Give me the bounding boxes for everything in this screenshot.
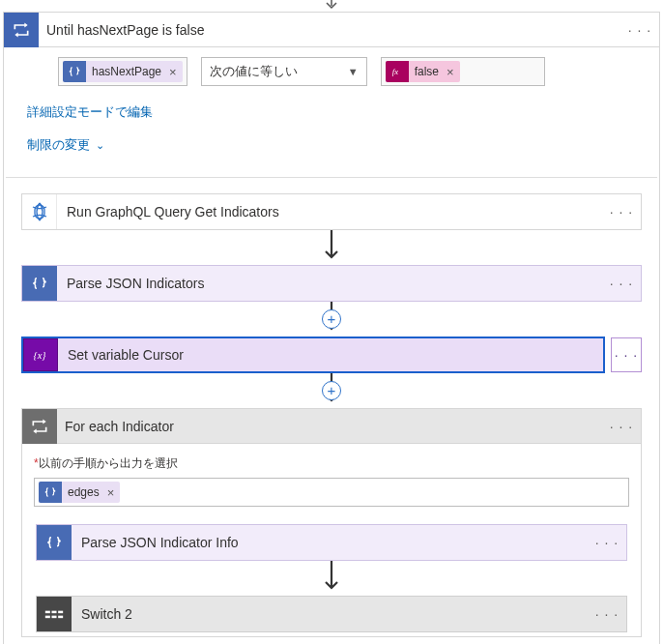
svg-rect-7 [58,611,63,614]
action-parse-json-indicators[interactable]: Parse JSON Indicators · · · [21,265,642,302]
edit-advanced-mode-link[interactable]: 詳細設定モードで編集 [27,103,153,121]
action-menu-button[interactable]: · · · [611,337,642,372]
add-action-button[interactable]: + [322,309,341,329]
token-hasnextpage[interactable]: hasNextPage × [63,61,183,82]
svg-text:fx: fx [391,67,397,76]
token-remove-button[interactable]: × [447,65,454,79]
condition-operator-select[interactable]: 次の値に等しい ▼ [201,57,367,86]
action-menu-button[interactable]: · · · [588,535,626,550]
action-menu-button[interactable]: · · · [602,204,641,220]
action-title: Set variable Cursor [58,347,603,363]
foreach-input[interactable]: edges × [34,478,629,507]
token-label: hasNextPage [92,65,161,78]
token-remove-button[interactable]: × [107,485,115,500]
action-area: Run GraphQL Query Get Indicators · · · P… [4,184,659,644]
until-loop-container: Until hasNextPage is false · · · hasNext… [3,12,660,644]
arrow-connector [21,230,642,265]
token-edges[interactable]: edges × [39,482,120,503]
token-label: false [415,65,439,78]
action-run-graphql[interactable]: Run GraphQL Query Get Indicators · · · [21,193,642,230]
foreach-menu-button[interactable]: · · · [602,419,641,434]
foreach-body: *以前の手順から出力を選択 edges × [22,444,641,636]
add-action-button[interactable]: + [322,381,341,400]
change-limit-label: 制限の変更 [27,136,90,154]
action-title: Parse JSON Indicator Info [72,535,588,550]
action-title: Parse JSON Indicators [57,276,602,291]
chevron-down-icon: ▼ [348,66,359,77]
operator-label: 次の値に等しい [210,63,298,80]
svg-rect-8 [58,616,63,619]
change-limit-link[interactable]: 制限の変更 ⌄ [27,136,104,154]
until-menu-button[interactable]: · · · [620,22,659,38]
foreach-container: For each Indicator · · · *以前の手順から出力を選択 e… [21,408,642,637]
token-remove-button[interactable]: × [169,65,177,79]
action-switch-2[interactable]: Switch 2 · · · [36,596,627,632]
variable-icon: {x} [23,338,58,371]
connector-icon [22,194,57,229]
action-title: Run GraphQL Query Get Indicators [57,204,602,220]
loop-icon [4,13,39,47]
switch-icon [37,597,72,631]
foreach-icon [22,409,57,444]
svg-text:{x}: {x} [34,350,47,361]
until-title: Until hasNextPage is false [39,22,620,38]
token-label: edges [68,485,100,499]
condition-right-input[interactable]: fx false × [381,57,545,86]
action-title: Switch 2 [72,606,588,622]
code-braces-icon [37,525,72,560]
incoming-arrow [0,0,663,12]
until-header-bar[interactable]: Until hasNextPage is false · · · [4,13,659,47]
arrow-connector: + [21,302,642,337]
action-set-variable-cursor[interactable]: {x} Set variable Cursor [21,337,605,373]
divider [6,177,657,178]
token-false[interactable]: fx false × [386,61,460,82]
arrow-connector: + [21,373,642,408]
select-from-previous-label: *以前の手順から出力を選択 [34,455,629,472]
chevron-down-icon: ⌄ [96,139,104,152]
action-menu-button[interactable]: · · · [588,606,626,622]
svg-rect-5 [52,611,57,614]
action-menu-button[interactable]: · · · [602,276,641,291]
fx-icon: fx [386,61,409,82]
foreach-header-bar[interactable]: For each Indicator · · · [22,409,641,444]
code-braces-icon [63,61,86,82]
svg-rect-6 [52,616,57,619]
action-parse-json-indicator-info[interactable]: Parse JSON Indicator Info · · · [36,524,627,561]
action-set-variable-row: {x} Set variable Cursor · · · [21,337,642,373]
condition-left-input[interactable]: hasNextPage × [58,57,187,86]
svg-rect-3 [45,611,50,614]
foreach-title: For each Indicator [57,419,602,434]
code-braces-icon [39,482,62,503]
svg-rect-4 [45,616,50,619]
foreach-actions: Parse JSON Indicator Info · · · Switch 2… [34,507,629,632]
condition-row: hasNextPage × 次の値に等しい ▼ fx false × [4,47,659,96]
arrow-connector [36,561,627,596]
code-braces-icon [22,266,57,301]
